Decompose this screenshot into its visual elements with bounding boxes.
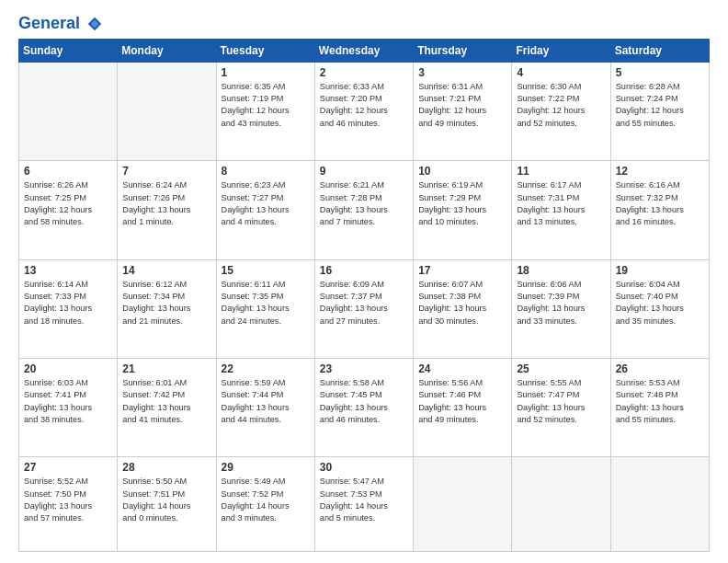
calendar-cell xyxy=(512,457,610,552)
day-number: 22 xyxy=(222,362,310,375)
logo: General xyxy=(18,15,103,29)
day-info: Sunrise: 5:58 AM Sunset: 7:45 PM Dayligh… xyxy=(320,377,408,426)
day-info: Sunrise: 6:19 AM Sunset: 7:29 PM Dayligh… xyxy=(418,179,506,228)
day-number: 27 xyxy=(24,461,112,474)
day-info: Sunrise: 6:04 AM Sunset: 7:40 PM Dayligh… xyxy=(616,279,704,327)
day-number: 21 xyxy=(122,362,210,375)
day-info: Sunrise: 6:24 AM Sunset: 7:26 PM Dayligh… xyxy=(122,179,210,228)
day-header-tuesday: Tuesday xyxy=(216,39,314,62)
day-info: Sunrise: 6:33 AM Sunset: 7:20 PM Dayligh… xyxy=(320,81,408,130)
day-number: 13 xyxy=(24,264,112,277)
calendar-table: SundayMondayTuesdayWednesdayThursdayFrid… xyxy=(18,39,710,552)
day-number: 12 xyxy=(616,165,704,178)
day-info: Sunrise: 6:23 AM Sunset: 7:27 PM Dayligh… xyxy=(222,179,310,228)
day-info: Sunrise: 5:59 AM Sunset: 7:44 PM Dayligh… xyxy=(222,377,310,426)
calendar-cell: 11Sunrise: 6:17 AM Sunset: 7:31 PM Dayli… xyxy=(512,161,610,259)
calendar-cell: 5Sunrise: 6:28 AM Sunset: 7:24 PM Daylig… xyxy=(610,62,709,160)
calendar-cell: 17Sunrise: 6:07 AM Sunset: 7:38 PM Dayli… xyxy=(414,259,512,358)
calendar-cell: 14Sunrise: 6:12 AM Sunset: 7:34 PM Dayli… xyxy=(118,259,216,358)
calendar-cell: 29Sunrise: 5:49 AM Sunset: 7:52 PM Dayli… xyxy=(216,457,314,552)
calendar-cell: 26Sunrise: 5:53 AM Sunset: 7:48 PM Dayli… xyxy=(610,358,709,456)
calendar-week-3: 13Sunrise: 6:14 AM Sunset: 7:33 PM Dayli… xyxy=(19,259,710,358)
calendar-week-2: 6Sunrise: 6:26 AM Sunset: 7:25 PM Daylig… xyxy=(19,161,710,259)
day-info: Sunrise: 6:11 AM Sunset: 7:35 PM Dayligh… xyxy=(222,279,310,327)
header: General xyxy=(18,15,710,29)
day-number: 11 xyxy=(517,165,605,178)
calendar-cell: 27Sunrise: 5:52 AM Sunset: 7:50 PM Dayli… xyxy=(19,457,118,552)
calendar-cell: 4Sunrise: 6:30 AM Sunset: 7:22 PM Daylig… xyxy=(512,62,610,160)
day-number: 6 xyxy=(24,165,112,178)
day-info: Sunrise: 5:53 AM Sunset: 7:48 PM Dayligh… xyxy=(616,377,704,426)
day-number: 16 xyxy=(320,264,408,277)
day-info: Sunrise: 6:17 AM Sunset: 7:31 PM Dayligh… xyxy=(517,179,605,228)
day-number: 10 xyxy=(418,165,506,178)
calendar-cell: 3Sunrise: 6:31 AM Sunset: 7:21 PM Daylig… xyxy=(414,62,512,160)
day-header-saturday: Saturday xyxy=(610,39,709,62)
day-number: 18 xyxy=(517,264,605,277)
calendar-cell: 18Sunrise: 6:06 AM Sunset: 7:39 PM Dayli… xyxy=(512,259,610,358)
calendar-cell: 25Sunrise: 5:55 AM Sunset: 7:47 PM Dayli… xyxy=(512,358,610,456)
day-info: Sunrise: 6:03 AM Sunset: 7:41 PM Dayligh… xyxy=(24,377,112,426)
day-number: 15 xyxy=(222,264,310,277)
calendar-header-row: SundayMondayTuesdayWednesdayThursdayFrid… xyxy=(19,39,710,62)
calendar-cell: 2Sunrise: 6:33 AM Sunset: 7:20 PM Daylig… xyxy=(314,62,413,160)
day-header-monday: Monday xyxy=(118,39,216,62)
calendar-cell: 12Sunrise: 6:16 AM Sunset: 7:32 PM Dayli… xyxy=(610,161,709,259)
calendar-cell xyxy=(610,457,709,552)
day-number: 29 xyxy=(222,461,310,474)
day-number: 2 xyxy=(320,66,408,79)
calendar-cell xyxy=(19,62,118,160)
logo-text: General xyxy=(18,15,103,33)
day-info: Sunrise: 6:26 AM Sunset: 7:25 PM Dayligh… xyxy=(24,179,112,228)
calendar-cell xyxy=(414,457,512,552)
calendar-cell: 20Sunrise: 6:03 AM Sunset: 7:41 PM Dayli… xyxy=(19,358,118,456)
day-header-wednesday: Wednesday xyxy=(314,39,413,62)
day-info: Sunrise: 6:07 AM Sunset: 7:38 PM Dayligh… xyxy=(418,279,506,327)
day-number: 26 xyxy=(616,362,704,375)
day-info: Sunrise: 6:09 AM Sunset: 7:37 PM Dayligh… xyxy=(320,279,408,327)
day-number: 24 xyxy=(418,362,506,375)
day-info: Sunrise: 6:01 AM Sunset: 7:42 PM Dayligh… xyxy=(122,377,210,426)
day-number: 19 xyxy=(616,264,704,277)
day-number: 28 xyxy=(122,461,210,474)
day-info: Sunrise: 6:21 AM Sunset: 7:28 PM Dayligh… xyxy=(320,179,408,228)
calendar-cell: 30Sunrise: 5:47 AM Sunset: 7:53 PM Dayli… xyxy=(314,457,413,552)
day-info: Sunrise: 6:31 AM Sunset: 7:21 PM Dayligh… xyxy=(418,81,506,130)
day-info: Sunrise: 6:12 AM Sunset: 7:34 PM Dayligh… xyxy=(122,279,210,327)
day-header-friday: Friday xyxy=(512,39,610,62)
day-number: 14 xyxy=(122,264,210,277)
day-header-thursday: Thursday xyxy=(414,39,512,62)
day-info: Sunrise: 6:06 AM Sunset: 7:39 PM Dayligh… xyxy=(517,279,605,327)
day-info: Sunrise: 6:28 AM Sunset: 7:24 PM Dayligh… xyxy=(616,81,704,130)
day-info: Sunrise: 6:16 AM Sunset: 7:32 PM Dayligh… xyxy=(616,179,704,228)
day-info: Sunrise: 5:52 AM Sunset: 7:50 PM Dayligh… xyxy=(24,476,112,524)
calendar-week-4: 20Sunrise: 6:03 AM Sunset: 7:41 PM Dayli… xyxy=(19,358,710,456)
calendar-cell: 28Sunrise: 5:50 AM Sunset: 7:51 PM Dayli… xyxy=(118,457,216,552)
calendar-cell: 1Sunrise: 6:35 AM Sunset: 7:19 PM Daylig… xyxy=(216,62,314,160)
calendar-cell: 16Sunrise: 6:09 AM Sunset: 7:37 PM Dayli… xyxy=(314,259,413,358)
day-info: Sunrise: 5:56 AM Sunset: 7:46 PM Dayligh… xyxy=(418,377,506,426)
day-info: Sunrise: 6:35 AM Sunset: 7:19 PM Dayligh… xyxy=(222,81,310,130)
day-info: Sunrise: 6:14 AM Sunset: 7:33 PM Dayligh… xyxy=(24,279,112,327)
calendar-cell: 24Sunrise: 5:56 AM Sunset: 7:46 PM Dayli… xyxy=(414,358,512,456)
calendar-cell: 9Sunrise: 6:21 AM Sunset: 7:28 PM Daylig… xyxy=(314,161,413,259)
calendar-cell xyxy=(118,62,216,160)
day-info: Sunrise: 5:50 AM Sunset: 7:51 PM Dayligh… xyxy=(122,476,210,524)
day-number: 20 xyxy=(24,362,112,375)
day-number: 17 xyxy=(418,264,506,277)
day-info: Sunrise: 5:49 AM Sunset: 7:52 PM Dayligh… xyxy=(222,476,310,524)
calendar-cell: 10Sunrise: 6:19 AM Sunset: 7:29 PM Dayli… xyxy=(414,161,512,259)
day-header-sunday: Sunday xyxy=(19,39,118,62)
calendar-cell: 8Sunrise: 6:23 AM Sunset: 7:27 PM Daylig… xyxy=(216,161,314,259)
calendar-cell: 22Sunrise: 5:59 AM Sunset: 7:44 PM Dayli… xyxy=(216,358,314,456)
day-info: Sunrise: 5:55 AM Sunset: 7:47 PM Dayligh… xyxy=(517,377,605,426)
calendar-page: General SundayMondayTuesdayWednesdayThur… xyxy=(0,0,728,563)
day-number: 5 xyxy=(616,66,704,79)
day-number: 4 xyxy=(517,66,605,79)
calendar-cell: 19Sunrise: 6:04 AM Sunset: 7:40 PM Dayli… xyxy=(610,259,709,358)
calendar-week-1: 1Sunrise: 6:35 AM Sunset: 7:19 PM Daylig… xyxy=(19,62,710,160)
calendar-week-5: 27Sunrise: 5:52 AM Sunset: 7:50 PM Dayli… xyxy=(19,457,710,552)
day-number: 9 xyxy=(320,165,408,178)
day-number: 3 xyxy=(418,66,506,79)
calendar-cell: 7Sunrise: 6:24 AM Sunset: 7:26 PM Daylig… xyxy=(118,161,216,259)
